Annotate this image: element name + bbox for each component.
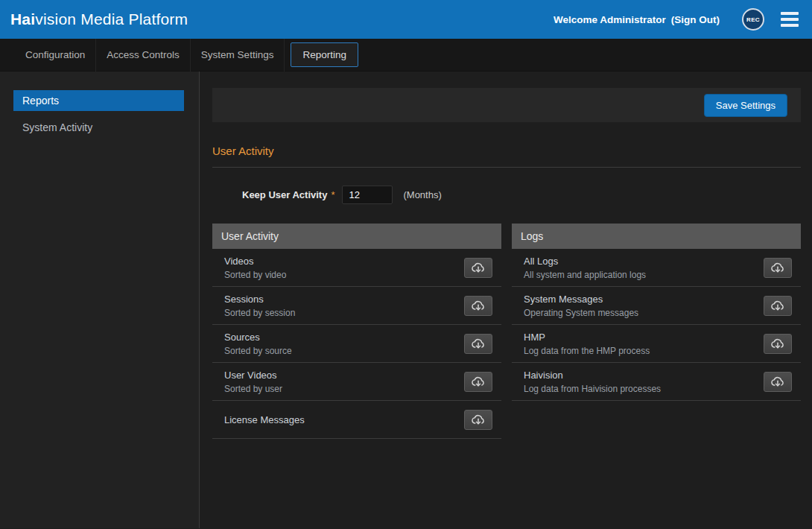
action-toolbar: Save Settings bbox=[212, 88, 801, 122]
section-divider bbox=[212, 167, 801, 168]
cloud-download-icon bbox=[471, 414, 486, 425]
tab-reporting[interactable]: Reporting bbox=[291, 42, 358, 67]
app-logo: Haivision Media Platform bbox=[10, 10, 188, 28]
report-row-user-videos: User Videos Sorted by user bbox=[212, 363, 501, 401]
report-title: All Logs bbox=[524, 256, 764, 267]
download-button-sessions[interactable] bbox=[464, 296, 492, 316]
report-subtitle: Operating System messages bbox=[524, 308, 764, 318]
logo-text-rest: vision Media Platform bbox=[35, 10, 188, 28]
hamburger-menu-icon[interactable] bbox=[779, 7, 800, 32]
tab-configuration[interactable]: Configuration bbox=[15, 39, 95, 72]
report-row-text: Sessions Sorted by session bbox=[224, 294, 464, 318]
report-title: HMP bbox=[524, 332, 764, 343]
report-subtitle: All system and application logs bbox=[524, 270, 764, 280]
keep-user-activity-row: Keep User Activity * (Months) bbox=[212, 186, 801, 204]
required-asterisk: * bbox=[331, 189, 334, 200]
tab-system-settings[interactable]: System Settings bbox=[191, 39, 285, 72]
report-title: Videos bbox=[224, 256, 464, 267]
report-row-text: License Messages bbox=[224, 414, 464, 425]
report-row-text: Videos Sorted by video bbox=[224, 256, 464, 280]
rec-badge-label: REC bbox=[746, 16, 760, 23]
main-panel: Save Settings User Activity Keep User Ac… bbox=[200, 72, 812, 528]
report-row-text: HMP Log data from the HMP process bbox=[524, 332, 764, 356]
nav-separator bbox=[284, 39, 285, 72]
download-button-all-logs[interactable] bbox=[764, 258, 792, 278]
report-row-system-messages: System Messages Operating System message… bbox=[512, 287, 801, 325]
report-row-license-messages: License Messages bbox=[212, 401, 501, 439]
download-button-sources[interactable] bbox=[464, 334, 492, 354]
cloud-download-icon bbox=[471, 338, 486, 349]
download-button-hmp[interactable] bbox=[764, 334, 792, 354]
report-title: Haivision bbox=[524, 370, 764, 381]
report-row-text: User Videos Sorted by user bbox=[224, 370, 464, 394]
keep-user-activity-input[interactable] bbox=[342, 186, 393, 204]
panel-user-activity-header: User Activity bbox=[212, 224, 501, 249]
report-row-text: All Logs All system and application logs bbox=[524, 256, 764, 280]
download-button-license-messages[interactable] bbox=[464, 410, 492, 430]
report-panels: User Activity Videos Sorted by video Ses… bbox=[212, 224, 801, 439]
save-settings-button[interactable]: Save Settings bbox=[704, 94, 787, 117]
report-row-haivision: Haivision Log data from Haivision proces… bbox=[512, 363, 801, 401]
months-suffix-label: (Months) bbox=[403, 189, 441, 200]
report-subtitle: Sorted by video bbox=[224, 270, 464, 280]
download-button-haivision[interactable] bbox=[764, 372, 792, 392]
report-title: License Messages bbox=[224, 414, 464, 425]
cloud-download-icon bbox=[770, 376, 785, 387]
panel-logs-header: Logs bbox=[512, 224, 801, 249]
cloud-download-icon bbox=[770, 300, 785, 311]
report-row-hmp: HMP Log data from the HMP process bbox=[512, 325, 801, 363]
report-row-sources: Sources Sorted by source bbox=[212, 325, 501, 363]
report-row-text: Haivision Log data from Haivision proces… bbox=[524, 370, 764, 394]
report-title: System Messages bbox=[524, 294, 764, 305]
main-nav: Configuration Access Controls System Set… bbox=[0, 39, 812, 72]
cloud-download-icon bbox=[770, 262, 785, 273]
top-bar: Haivision Media Platform Welcome Adminis… bbox=[0, 0, 812, 39]
download-button-videos[interactable] bbox=[464, 258, 492, 278]
download-button-system-messages[interactable] bbox=[764, 296, 792, 316]
panel-logs: Logs All Logs All system and application… bbox=[512, 224, 801, 401]
report-row-all-logs: All Logs All system and application logs bbox=[512, 249, 801, 287]
keep-user-activity-label: Keep User Activity bbox=[242, 189, 327, 200]
report-subtitle: Sorted by source bbox=[224, 346, 464, 356]
panel-user-activity: User Activity Videos Sorted by video Ses… bbox=[212, 224, 501, 439]
report-row-text: System Messages Operating System message… bbox=[524, 294, 764, 318]
report-title: Sessions bbox=[224, 294, 464, 305]
rec-badge[interactable]: REC bbox=[742, 8, 764, 31]
download-button-user-videos[interactable] bbox=[464, 372, 492, 392]
welcome-text: Welcome Administrator bbox=[554, 14, 666, 25]
report-row-videos: Videos Sorted by video bbox=[212, 249, 501, 287]
top-right-cluster: Welcome Administrator (Sign Out) REC bbox=[554, 7, 800, 32]
cloud-download-icon bbox=[471, 300, 486, 311]
report-subtitle: Sorted by user bbox=[224, 384, 464, 394]
content-wrapper: Reports System Activity Save Settings Us… bbox=[0, 72, 812, 528]
report-row-text: Sources Sorted by source bbox=[224, 332, 464, 356]
sign-out-link[interactable]: (Sign Out) bbox=[671, 14, 720, 25]
report-row-sessions: Sessions Sorted by session bbox=[212, 287, 501, 325]
report-subtitle: Log data from Haivision processes bbox=[524, 384, 764, 394]
tab-access-controls[interactable]: Access Controls bbox=[96, 39, 190, 72]
report-title: User Videos bbox=[224, 370, 464, 381]
sidebar: Reports System Activity bbox=[0, 72, 200, 528]
section-title: User Activity bbox=[212, 145, 801, 157]
report-title: Sources bbox=[224, 332, 464, 343]
report-subtitle: Log data from the HMP process bbox=[524, 346, 764, 356]
sidebar-item-system-activity[interactable]: System Activity bbox=[13, 117, 184, 138]
cloud-download-icon bbox=[471, 262, 486, 273]
report-subtitle: Sorted by session bbox=[224, 308, 464, 318]
sidebar-item-reports[interactable]: Reports bbox=[13, 90, 184, 111]
cloud-download-icon bbox=[471, 376, 486, 387]
cloud-download-icon bbox=[770, 338, 785, 349]
logo-text-bold: Hai bbox=[10, 10, 35, 28]
